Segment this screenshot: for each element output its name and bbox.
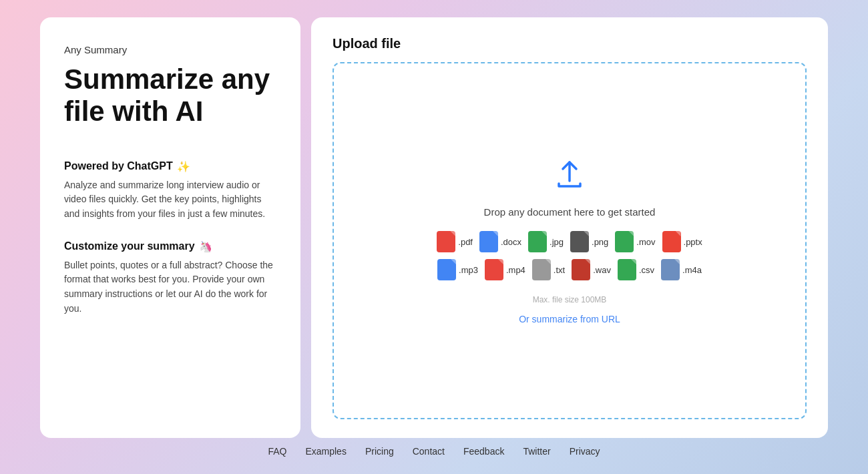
brand-label: Any Summary xyxy=(64,44,276,55)
txt-icon xyxy=(532,259,551,280)
drop-zone[interactable]: Drop any document here to get started .p… xyxy=(333,62,807,419)
upload-title: Upload file xyxy=(333,36,807,51)
upload-icon-wrapper xyxy=(552,157,587,194)
filetype-pdf: .pdf xyxy=(437,231,473,252)
pptx-label: .pptx xyxy=(684,237,702,247)
filetype-pptx: .pptx xyxy=(662,231,702,252)
filetype-mp4: .mp4 xyxy=(485,259,525,280)
upload-icon xyxy=(552,157,587,192)
footer-feedback[interactable]: Feedback xyxy=(463,446,504,457)
file-types-row1: .pdf .docx .jpg .png .mov xyxy=(437,231,702,252)
docx-label: .docx xyxy=(501,237,521,247)
csv-label: .csv xyxy=(639,265,654,275)
filetype-png: .png xyxy=(570,231,608,252)
filetype-m4a: .m4a xyxy=(661,259,702,280)
right-panel: Upload file Drop any document here to ge… xyxy=(311,17,828,438)
docx-icon xyxy=(479,231,498,252)
footer: FAQ Examples Pricing Contact Feedback Tw… xyxy=(268,446,600,457)
filetype-txt: .txt xyxy=(532,259,565,280)
mp3-icon xyxy=(437,259,456,280)
left-panel: Any Summary Summarize any file with AI P… xyxy=(40,17,300,438)
filetype-wav: .wav xyxy=(572,259,611,280)
footer-twitter[interactable]: Twitter xyxy=(523,446,550,457)
unicorn-icon: 🦄 xyxy=(199,240,212,253)
filetype-csv: .csv xyxy=(618,259,654,280)
drop-text: Drop any document here to get started xyxy=(484,206,656,218)
mov-icon xyxy=(615,231,634,252)
pdf-icon xyxy=(437,231,455,252)
m4a-icon xyxy=(661,259,680,280)
footer-examples[interactable]: Examples xyxy=(305,446,346,457)
feature-customize: Customize your summary 🦄 Bullet points, … xyxy=(64,240,276,316)
pptx-icon xyxy=(662,231,681,252)
txt-label: .txt xyxy=(554,265,565,275)
csv-icon xyxy=(618,259,636,280)
summarize-url-link[interactable]: Or summarize from URL xyxy=(519,314,620,324)
feature-chatgpt-heading: Powered by ChatGPT ✨ xyxy=(64,160,276,173)
sparkle-icon: ✨ xyxy=(177,160,190,173)
feature-customize-heading: Customize your summary 🦄 xyxy=(64,240,276,253)
wav-label: .wav xyxy=(593,265,611,275)
mp4-label: .mp4 xyxy=(506,265,525,275)
mov-label: .mov xyxy=(636,237,655,247)
filetype-mp3: .mp3 xyxy=(437,259,478,280)
feature-chatgpt-text: Analyze and summarize long interview aud… xyxy=(64,178,276,222)
m4a-label: .m4a xyxy=(682,265,702,275)
png-label: .png xyxy=(592,237,608,247)
footer-faq[interactable]: FAQ xyxy=(268,446,286,457)
hero-title: Summarize any file with AI xyxy=(64,63,276,128)
png-icon xyxy=(570,231,589,252)
feature-customize-text: Bullet points, quotes or a full abstract… xyxy=(64,258,276,316)
jpg-icon xyxy=(528,231,547,252)
footer-pricing[interactable]: Pricing xyxy=(365,446,394,457)
filetype-mov: .mov xyxy=(615,231,655,252)
jpg-label: .jpg xyxy=(550,237,564,247)
main-container: Any Summary Summarize any file with AI P… xyxy=(40,17,828,438)
max-size-text: Max. file size 100MB xyxy=(533,295,607,304)
filetype-jpg: .jpg xyxy=(528,231,564,252)
footer-contact[interactable]: Contact xyxy=(413,446,445,457)
footer-privacy[interactable]: Privacy xyxy=(570,446,600,457)
mp3-label: .mp3 xyxy=(459,265,478,275)
pdf-label: .pdf xyxy=(458,237,473,247)
file-types-row2: .mp3 .mp4 .txt .wav .csv xyxy=(437,259,702,280)
mp4-icon xyxy=(485,259,503,280)
feature-chatgpt: Powered by ChatGPT ✨ Analyze and summari… xyxy=(64,160,276,222)
filetype-docx: .docx xyxy=(479,231,521,252)
wav-icon xyxy=(572,259,590,280)
